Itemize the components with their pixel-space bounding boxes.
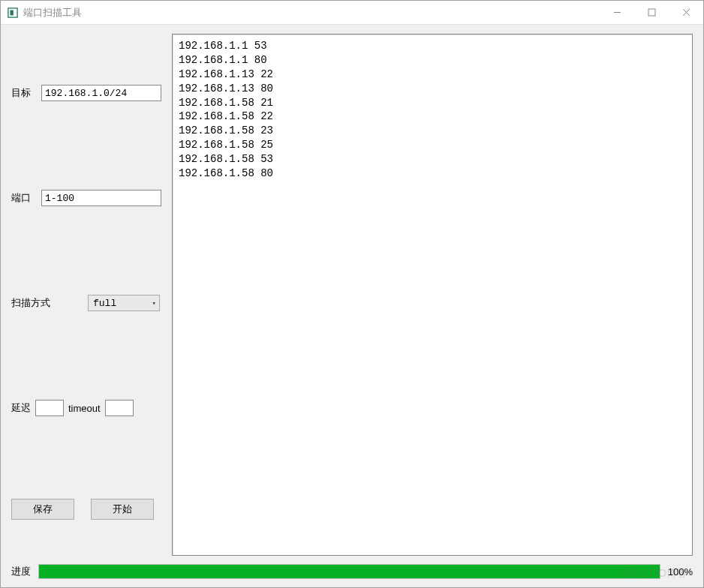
results-output[interactable]: 192.168.1.1 53 192.168.1.1 80 192.168.1.… xyxy=(172,34,693,556)
timeout-input[interactable] xyxy=(105,400,134,416)
svg-rect-3 xyxy=(648,9,655,16)
start-button[interactable]: 开始 xyxy=(91,499,154,520)
delay-input[interactable] xyxy=(35,400,64,416)
svg-rect-1 xyxy=(11,10,14,15)
delay-label: 延迟 xyxy=(11,401,31,415)
window-controls xyxy=(600,1,703,24)
scan-mode-row: 扫描方式 full ▾ xyxy=(11,295,161,311)
scan-mode-label: 扫描方式 xyxy=(11,296,58,310)
port-label: 端口 xyxy=(11,191,38,205)
titlebar: 端口扫描工具 xyxy=(1,1,703,25)
target-input[interactable] xyxy=(41,85,161,101)
progress-bar-area: 进度 100% xyxy=(1,562,703,587)
window-title: 端口扫描工具 xyxy=(23,6,600,20)
progress-percent: 100% xyxy=(668,566,693,578)
chevron-down-icon: ▾ xyxy=(152,299,156,308)
target-label: 目标 xyxy=(11,86,38,100)
app-window: 端口扫描工具 目标 端口 扫描方式 xyxy=(0,0,704,588)
content-area: 目标 端口 扫描方式 full ▾ 延迟 timeout xyxy=(1,25,703,562)
progress-track xyxy=(38,564,660,579)
app-icon xyxy=(7,7,19,19)
progress-fill xyxy=(39,565,660,578)
button-row: 保存 开始 xyxy=(11,499,161,520)
timeout-label: timeout xyxy=(68,403,101,414)
save-button[interactable]: 保存 xyxy=(11,499,74,520)
progress-label: 进度 xyxy=(11,565,31,578)
delay-row: 延迟 timeout xyxy=(11,400,161,416)
left-panel: 目标 端口 扫描方式 full ▾ 延迟 timeout xyxy=(11,34,161,556)
minimize-button[interactable] xyxy=(600,1,634,24)
scan-mode-select[interactable]: full ▾ xyxy=(88,295,160,311)
maximize-button[interactable] xyxy=(634,1,669,24)
right-panel: 192.168.1.1 53 192.168.1.1 80 192.168.1.… xyxy=(172,34,693,556)
target-row: 目标 xyxy=(11,85,161,101)
close-button[interactable] xyxy=(669,1,703,24)
scan-mode-value: full xyxy=(93,298,116,309)
port-input[interactable] xyxy=(41,190,161,206)
port-row: 端口 xyxy=(11,190,161,206)
